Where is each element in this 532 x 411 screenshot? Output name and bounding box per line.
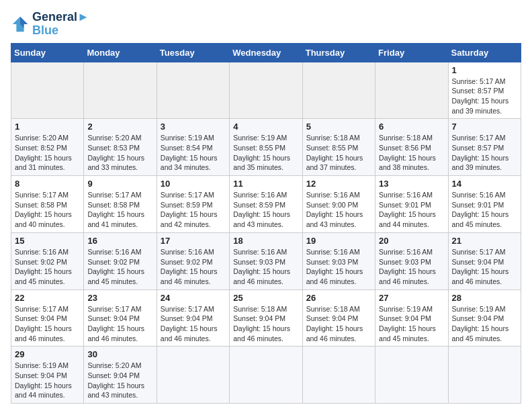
header-saturday: Saturday: [448, 43, 521, 62]
day-cell: 19Sunrise: 5:16 AMSunset: 9:03 PMDayligh…: [302, 232, 375, 289]
day-info: Sunrise: 5:17 AMSunset: 8:59 PMDaylight:…: [161, 190, 226, 230]
day-info: Sunrise: 5:16 AMSunset: 9:01 PMDaylight:…: [452, 190, 517, 230]
day-number: 23: [87, 293, 152, 303]
day-info: Sunrise: 5:16 AMSunset: 9:03 PMDaylight:…: [233, 247, 298, 287]
day-cell: [230, 347, 302, 404]
day-cell: 17Sunrise: 5:16 AMSunset: 9:02 PMDayligh…: [157, 232, 229, 289]
day-info: Sunrise: 5:19 AMSunset: 9:04 PMDaylight:…: [452, 304, 517, 344]
day-info: Sunrise: 5:17 AMSunset: 9:04 PMDaylight:…: [15, 304, 80, 344]
day-cell: 21Sunrise: 5:17 AMSunset: 9:04 PMDayligh…: [448, 232, 521, 289]
day-cell: [157, 347, 229, 404]
day-number: 22: [15, 293, 80, 303]
day-cell: 8Sunrise: 5:17 AMSunset: 8:58 PMDaylight…: [11, 176, 84, 233]
day-cell: [84, 62, 157, 119]
week-row-5: 29Sunrise: 5:19 AMSunset: 9:04 PMDayligh…: [11, 347, 521, 404]
day-cell: [448, 347, 521, 404]
day-number: 18: [233, 236, 298, 246]
day-info: Sunrise: 5:18 AMSunset: 8:56 PMDaylight:…: [379, 133, 444, 173]
header-wednesday: Wednesday: [230, 43, 302, 62]
day-number: 4: [233, 122, 298, 132]
header-sunday: Sunday: [11, 43, 84, 62]
day-info: Sunrise: 5:18 AMSunset: 8:55 PMDaylight:…: [306, 133, 371, 173]
day-cell: [302, 347, 375, 404]
day-info: Sunrise: 5:16 AMSunset: 9:00 PMDaylight:…: [306, 190, 371, 230]
day-cell: 22Sunrise: 5:17 AMSunset: 9:04 PMDayligh…: [11, 289, 84, 347]
day-info: Sunrise: 5:19 AMSunset: 8:54 PMDaylight:…: [161, 133, 226, 173]
day-info: Sunrise: 5:20 AMSunset: 8:53 PMDaylight:…: [87, 133, 152, 173]
day-number: 29: [15, 349, 80, 359]
day-cell: 11Sunrise: 5:16 AMSunset: 8:59 PMDayligh…: [230, 176, 302, 233]
header-friday: Friday: [375, 43, 448, 62]
day-number: 12: [306, 179, 371, 189]
day-info: Sunrise: 5:16 AMSunset: 9:02 PMDaylight:…: [15, 247, 80, 287]
day-info: Sunrise: 5:17 AMSunset: 8:57 PMDaylight:…: [452, 77, 517, 116]
day-info: Sunrise: 5:18 AMSunset: 9:04 PMDaylight:…: [306, 304, 371, 344]
day-number: 15: [15, 236, 80, 246]
header-row: SundayMondayTuesdayWednesdayThursdayFrid…: [11, 43, 521, 62]
day-number: 6: [379, 122, 444, 132]
day-info: Sunrise: 5:17 AMSunset: 8:58 PMDaylight:…: [87, 190, 152, 230]
day-info: Sunrise: 5:16 AMSunset: 8:59 PMDaylight:…: [233, 190, 298, 230]
day-info: Sunrise: 5:17 AMSunset: 9:04 PMDaylight:…: [452, 247, 517, 287]
day-info: Sunrise: 5:18 AMSunset: 9:04 PMDaylight:…: [233, 304, 298, 344]
day-number: 19: [306, 236, 371, 246]
day-info: Sunrise: 5:20 AMSunset: 9:04 PMDaylight:…: [87, 361, 152, 400]
logo-text: General► Blue: [32, 11, 89, 38]
day-info: Sunrise: 5:19 AMSunset: 9:04 PMDaylight:…: [379, 304, 444, 344]
day-cell: 12Sunrise: 5:16 AMSunset: 9:00 PMDayligh…: [302, 176, 375, 233]
day-info: Sunrise: 5:16 AMSunset: 9:03 PMDaylight:…: [306, 247, 371, 287]
calendar-table: SundayMondayTuesdayWednesdayThursdayFrid…: [11, 43, 521, 404]
day-number: 28: [452, 293, 517, 303]
day-cell: 18Sunrise: 5:16 AMSunset: 9:03 PMDayligh…: [230, 232, 302, 289]
day-cell: 23Sunrise: 5:17 AMSunset: 9:04 PMDayligh…: [84, 289, 157, 347]
day-number: 16: [87, 236, 152, 246]
day-number: 20: [379, 236, 444, 246]
week-row-1: 1Sunrise: 5:20 AMSunset: 8:52 PMDaylight…: [11, 119, 521, 176]
day-cell: 26Sunrise: 5:18 AMSunset: 9:04 PMDayligh…: [302, 289, 375, 347]
day-number: 21: [452, 236, 517, 246]
day-cell: 6Sunrise: 5:18 AMSunset: 8:56 PMDaylight…: [375, 119, 448, 176]
day-info: Sunrise: 5:19 AMSunset: 9:04 PMDaylight:…: [15, 361, 80, 400]
day-cell: 24Sunrise: 5:17 AMSunset: 9:04 PMDayligh…: [157, 289, 229, 347]
day-cell: 20Sunrise: 5:16 AMSunset: 9:03 PMDayligh…: [375, 232, 448, 289]
day-info: Sunrise: 5:16 AMSunset: 9:02 PMDaylight:…: [161, 247, 226, 287]
header-monday: Monday: [84, 43, 157, 62]
day-cell: 15Sunrise: 5:16 AMSunset: 9:02 PMDayligh…: [11, 232, 84, 289]
day-info: Sunrise: 5:17 AMSunset: 8:57 PMDaylight:…: [452, 133, 517, 173]
day-cell: 10Sunrise: 5:17 AMSunset: 8:59 PMDayligh…: [157, 176, 229, 233]
day-cell: [375, 347, 448, 404]
week-row-4: 22Sunrise: 5:17 AMSunset: 9:04 PMDayligh…: [11, 289, 521, 347]
day-info: Sunrise: 5:16 AMSunset: 9:02 PMDaylight:…: [87, 247, 152, 287]
day-cell: 5Sunrise: 5:18 AMSunset: 8:55 PMDaylight…: [302, 119, 375, 176]
day-number: 11: [233, 179, 298, 189]
day-cell: 14Sunrise: 5:16 AMSunset: 9:01 PMDayligh…: [448, 176, 521, 233]
day-info: Sunrise: 5:20 AMSunset: 8:52 PMDaylight:…: [15, 133, 80, 173]
day-info: Sunrise: 5:19 AMSunset: 8:55 PMDaylight:…: [233, 133, 298, 173]
day-cell: 27Sunrise: 5:19 AMSunset: 9:04 PMDayligh…: [375, 289, 448, 347]
header-tuesday: Tuesday: [157, 43, 229, 62]
day-number: 5: [306, 122, 371, 132]
day-number: 27: [379, 293, 444, 303]
day-info: Sunrise: 5:16 AMSunset: 9:01 PMDaylight:…: [379, 190, 444, 230]
day-number: 2: [87, 122, 152, 132]
day-cell: 9Sunrise: 5:17 AMSunset: 8:58 PMDaylight…: [84, 176, 157, 233]
day-number: 1: [452, 65, 517, 75]
day-number: 1: [15, 122, 80, 132]
day-cell: 25Sunrise: 5:18 AMSunset: 9:04 PMDayligh…: [230, 289, 302, 347]
day-number: 13: [379, 179, 444, 189]
day-info: Sunrise: 5:17 AMSunset: 9:04 PMDaylight:…: [87, 304, 152, 344]
day-cell: [375, 62, 448, 119]
day-cell: [230, 62, 302, 119]
day-cell: [11, 62, 84, 119]
logo: General► Blue: [11, 11, 89, 38]
day-number: 14: [452, 179, 517, 189]
day-number: 24: [161, 293, 226, 303]
header-thursday: Thursday: [302, 43, 375, 62]
day-cell: 3Sunrise: 5:19 AMSunset: 8:54 PMDaylight…: [157, 119, 229, 176]
week-row-0: 1Sunrise: 5:17 AMSunset: 8:57 PMDaylight…: [11, 62, 521, 119]
day-cell: 7Sunrise: 5:17 AMSunset: 8:57 PMDaylight…: [448, 119, 521, 176]
day-number: 8: [15, 179, 80, 189]
day-number: 9: [87, 179, 152, 189]
day-info: Sunrise: 5:16 AMSunset: 9:03 PMDaylight:…: [379, 247, 444, 287]
day-number: 30: [87, 349, 152, 359]
